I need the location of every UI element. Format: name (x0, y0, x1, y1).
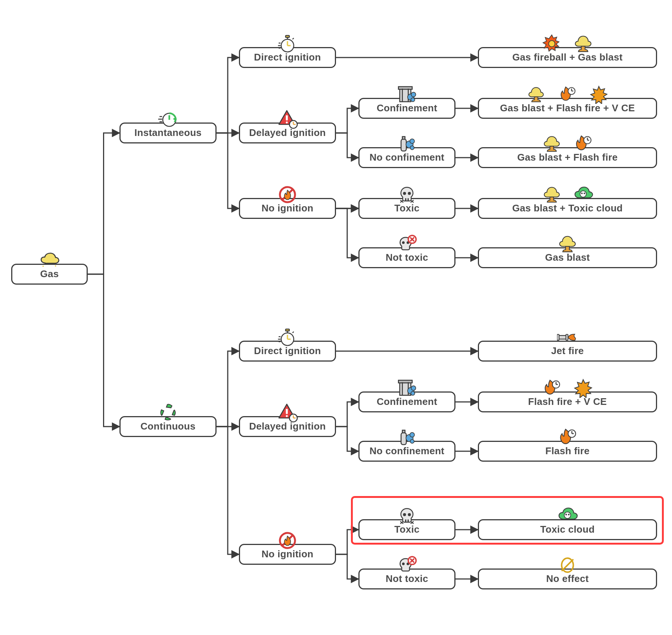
svg-rect-39 (398, 87, 412, 89)
toxic-cloud-icon (557, 505, 578, 526)
no-fire-icon (277, 184, 298, 205)
flash-fire-icon (557, 84, 578, 105)
flash-fire-icon (541, 378, 562, 399)
flash-fire-icon (557, 427, 578, 448)
explosion-star-icon (573, 378, 594, 399)
stopwatch-icon (277, 33, 298, 54)
svg-rect-71 (402, 430, 405, 433)
event-tree-diagram: Gas Instantaneous Continuous Direct igni… (0, 0, 672, 635)
node-continuous: Continuous (119, 416, 217, 437)
svg-point-83 (402, 563, 405, 565)
node-inst-toxic: Toxic (358, 198, 455, 219)
cylinder-gas-icon (396, 133, 417, 154)
svg-point-108 (565, 514, 567, 515)
svg-point-69 (411, 391, 415, 396)
svg-point-50 (403, 192, 406, 195)
svg-point-16 (286, 121, 288, 123)
mushroom-cloud-icon (526, 84, 547, 105)
building-gas-icon (396, 378, 417, 399)
svg-rect-99 (557, 334, 559, 340)
svg-point-49 (410, 146, 414, 150)
svg-point-43 (411, 92, 416, 97)
svg-point-74 (410, 439, 414, 443)
node-out-inst-noconf: Gas blast + Flash fire (478, 147, 657, 168)
explosion-star-icon (588, 84, 609, 105)
node-inst-direct-ignition: Direct ignition (239, 47, 336, 68)
node-inst-no-ignition: No ignition (239, 198, 336, 219)
svg-point-0 (42, 266, 44, 267)
svg-point-51 (408, 192, 411, 195)
node-out-cont-toxic: Toxic cloud (478, 519, 657, 540)
svg-rect-31 (286, 409, 288, 414)
gas-cloud-icon (39, 250, 60, 271)
node-out-inst-direct: Gas fireball + Gas blast (478, 47, 657, 68)
stopwatch-icon (277, 327, 298, 348)
cylinder-gas-icon (396, 427, 417, 448)
node-out-cont-noconf: Flash fire (478, 441, 657, 462)
jet-fire-icon (557, 327, 578, 348)
svg-point-73 (410, 433, 414, 437)
mushroom-cloud-icon (557, 233, 578, 254)
skull-x-icon (396, 555, 417, 576)
svg-point-76 (408, 513, 411, 516)
svg-point-48 (410, 139, 414, 143)
svg-point-107 (564, 512, 571, 519)
svg-rect-23 (286, 329, 289, 331)
node-out-cont-direct: Jet fire (478, 341, 657, 362)
no-effect-icon (557, 555, 578, 576)
svg-point-109 (568, 514, 569, 515)
skull-icon (396, 505, 417, 526)
svg-rect-45 (401, 139, 406, 151)
recycle-icon (158, 402, 178, 423)
node-out-inst-not-toxic: Gas blast (478, 247, 657, 268)
node-cont-no-confinement: No confinement (358, 441, 455, 462)
svg-rect-52 (405, 198, 406, 201)
svg-point-68 (411, 386, 416, 390)
svg-line-9 (293, 38, 294, 39)
svg-rect-78 (408, 520, 409, 522)
svg-point-97 (584, 193, 585, 194)
node-out-cont-conf: Flash fire + V CE (478, 391, 657, 412)
clock-arrow-icon (158, 109, 178, 130)
svg-rect-15 (286, 115, 288, 121)
node-inst-delayed-ignition: Delayed ignition (239, 123, 336, 143)
node-out-inst-conf: Gas blast + Flash fire + V CE (478, 98, 657, 119)
mushroom-cloud-icon (541, 133, 562, 154)
svg-point-58 (402, 241, 405, 244)
svg-point-1 (55, 265, 56, 267)
svg-point-32 (286, 415, 288, 417)
svg-rect-46 (402, 137, 405, 139)
svg-line-25 (293, 332, 294, 333)
svg-rect-70 (401, 433, 406, 445)
node-gas: Gas (11, 264, 88, 285)
node-cont-confinement: Confinement (358, 391, 455, 412)
mushroom-cloud-icon (573, 33, 594, 54)
svg-point-75 (403, 513, 406, 516)
no-fire-icon (277, 530, 298, 551)
node-cont-no-ignition: No ignition (239, 544, 336, 565)
svg-point-44 (411, 98, 415, 102)
svg-point-95 (580, 191, 587, 197)
node-out-inst-toxic: Gas blast + Toxic cloud (478, 198, 657, 219)
fireball-icon (541, 33, 562, 54)
node-out-cont-not-toxic: No effect (478, 569, 657, 589)
svg-point-96 (581, 193, 583, 194)
node-inst-confinement: Confinement (358, 98, 455, 119)
node-cont-toxic: Toxic (358, 519, 455, 540)
alert-clock-icon (277, 402, 298, 423)
flash-fire-icon (573, 133, 594, 154)
node-cont-not-toxic: Not toxic (358, 569, 455, 589)
node-inst-not-toxic: Not toxic (358, 247, 455, 268)
node-instantaneous: Instantaneous (119, 123, 217, 143)
skull-x-icon (396, 233, 417, 254)
svg-point-88 (549, 41, 555, 47)
mushroom-cloud-icon (541, 184, 562, 205)
node-cont-direct-ignition: Direct ignition (239, 341, 336, 362)
node-cont-delayed-ignition: Delayed ignition (239, 416, 336, 437)
svg-rect-64 (398, 380, 412, 383)
alert-clock-icon (277, 109, 298, 130)
svg-rect-53 (408, 198, 409, 201)
svg-rect-77 (405, 520, 406, 522)
svg-rect-7 (286, 35, 289, 37)
node-inst-no-confinement: No confinement (358, 147, 455, 168)
